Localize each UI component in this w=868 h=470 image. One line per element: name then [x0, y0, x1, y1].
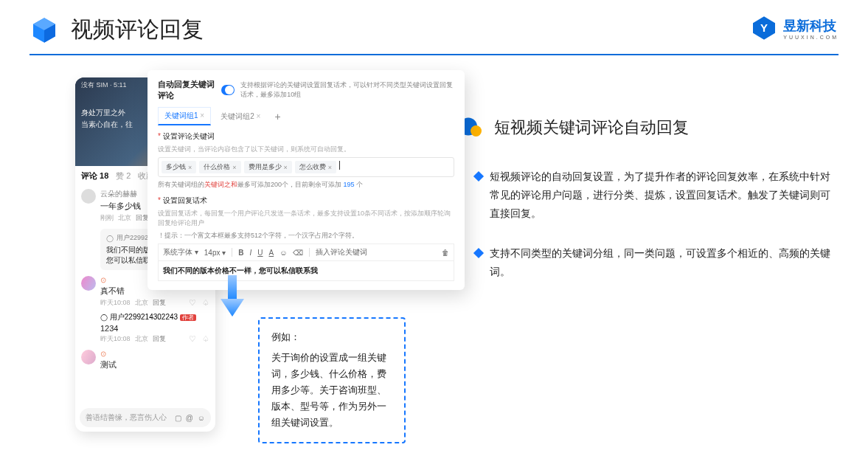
insert-keyword-button[interactable]: 插入评论关键词	[316, 247, 367, 258]
bullet-item: 短视频评论的自动回复设置，为了提升作者的评论回复效率，在系统中针对常见的评论用户…	[475, 167, 839, 224]
bullet-text: 支持不同类型的关键词分组，同一类问题，可设置多个相近的、高频的关键词。	[490, 244, 836, 281]
tab-comments[interactable]: 评论 18	[81, 170, 108, 182]
bullet-item: 支持不同类型的关键词分组，同一类问题，可设置多个相近的、高频的关键词。	[475, 244, 839, 281]
remove-tag-icon[interactable]: ×	[328, 164, 332, 171]
diamond-icon	[473, 171, 484, 182]
svg-rect-5	[228, 275, 237, 300]
brand-name: 昱新科技	[783, 17, 839, 35]
section-heading: 短视频关键词评论自动回复	[494, 117, 689, 139]
comment-text: 测试	[100, 359, 209, 370]
comment-time: 昨天10:08	[100, 334, 131, 344]
comment-item: ⊙ 测试	[81, 350, 209, 372]
comment-location: 北京	[135, 298, 148, 308]
bold-icon[interactable]: B	[238, 249, 243, 257]
comment-input[interactable]: 善语结善缘，恶言伤人心 ▢ @ ☺	[80, 408, 211, 427]
diamond-icon	[473, 247, 484, 258]
comment-time: 昨天10:08	[100, 298, 131, 308]
remove-tag-icon[interactable]: ×	[232, 164, 236, 171]
clear-icon[interactable]: ⌫	[293, 249, 303, 257]
keyword-group-tab-2[interactable]: 关键词组2 ×	[214, 108, 267, 125]
add-group-button[interactable]: +	[270, 111, 285, 122]
reply-field-label: 设置回复话术	[158, 196, 454, 206]
keyword-tag: 多少钱×	[162, 161, 196, 173]
page-title: 视频评论回复	[71, 15, 204, 45]
brand-icon: Y	[751, 15, 777, 41]
avatar	[81, 276, 96, 291]
reply-link[interactable]: 回复	[153, 298, 166, 308]
brand-logo: Y 昱新科技 YUUXIN.COM	[751, 15, 839, 41]
toggle-label: 自动回复关键词评论	[158, 79, 215, 101]
input-placeholder: 善语结善缘，恶言伤人心	[86, 412, 167, 423]
italic-icon[interactable]: I	[249, 249, 251, 257]
dislike-icon[interactable]: ♤	[202, 298, 209, 308]
dislike-icon[interactable]: ♤	[202, 334, 209, 344]
reply-username: 用户2299214302243	[110, 313, 178, 321]
example-title: 例如：	[271, 329, 392, 345]
bullet-text: 短视频评论的自动回复设置，为了提升作者的评论回复效率，在系统中针对常见的评论用户…	[490, 167, 836, 224]
header-divider	[29, 54, 839, 55]
reply-text: 1234	[100, 324, 209, 333]
example-box: 例如： 关于询价的设置成一组关键词，多少钱、什么价格，费用多少等。关于咨询班型、…	[258, 317, 406, 443]
avatar	[81, 189, 96, 204]
comment-time: 刚刚	[100, 213, 114, 223]
comment-location: 北京	[135, 334, 148, 344]
keyword-group-tab-1[interactable]: 关键词组1 ×	[158, 107, 211, 125]
image-icon[interactable]: ▢	[175, 414, 181, 422]
editor-body[interactable]: 我们不同的版本价格不一样，您可以私信联系我	[158, 260, 454, 281]
delete-icon[interactable]: 🗑	[442, 249, 449, 257]
like-icon[interactable]: ♡	[189, 298, 196, 308]
arrow-icon	[218, 275, 247, 319]
mention-icon[interactable]: @	[186, 414, 193, 422]
color-icon[interactable]: A	[269, 249, 274, 257]
author-badge: 作者	[180, 314, 196, 321]
keyword-tag: 费用是多少×	[244, 161, 292, 173]
editor-toolbar: 系统字体 ▾ 14px ▾ B I U A ☺ ⌫ 插入评论关键词 🗑	[158, 243, 454, 260]
cube-icon	[29, 15, 59, 45]
keywords-field-hint: 设置关键词，当评论内容包含了以下关键词，则系统可自动回复。	[158, 145, 454, 154]
example-body: 关于询价的设置成一组关键词，多少钱、什么价格，费用多少等。关于咨询班型、版本、型…	[271, 350, 392, 431]
tab-likes[interactable]: 赞 2	[116, 170, 131, 182]
size-select[interactable]: 14px ▾	[204, 249, 226, 257]
settings-panel: 自动回复关键词评论 支持根据评论的关键词设置回复话术，可以针对不同类型关键词设置…	[147, 70, 465, 290]
keyword-summary: 所有关键词组的关键词之和最多可添加200个，目前剩余可添加 195 个	[158, 180, 454, 190]
keywords-input[interactable]: 多少钱× 什么价格× 费用是多少× 怎么收费×	[158, 157, 454, 177]
emoji-icon[interactable]: ☺	[280, 249, 287, 257]
svg-point-8	[471, 125, 482, 136]
comment-location: 北京	[118, 213, 131, 223]
svg-marker-6	[221, 299, 244, 317]
comment-username: ⊙	[100, 350, 209, 358]
auto-reply-toggle[interactable]	[221, 85, 235, 95]
font-select[interactable]: 系统字体 ▾	[163, 247, 198, 258]
remove-tag-icon[interactable]: ×	[188, 164, 192, 171]
reply-field-tip: ！提示：一个富文本框最多支持512个字符，一个汉字占用2个字符。	[158, 231, 454, 241]
keyword-tag: 什么价格×	[199, 161, 240, 173]
toggle-description: 支持根据评论的关键词设置回复话术，可以针对不同类型关键词设置回复话术，最多添加1…	[240, 80, 454, 100]
brand-sub: YUUXIN.COM	[783, 35, 839, 40]
svg-text:Y: Y	[760, 21, 768, 34]
keyword-tag: 怎么收费×	[295, 161, 336, 173]
like-icon[interactable]: ♡	[189, 334, 196, 344]
emoji-icon[interactable]: ☺	[198, 414, 205, 422]
underline-icon[interactable]: U	[257, 249, 263, 257]
keywords-field-label: 设置评论关键词	[158, 131, 454, 142]
avatar	[81, 350, 96, 364]
reply-field-hint: 设置回复话术，每回复一个用户评论只发送一条话术，最多支持设置10条不同话术，按添…	[158, 209, 454, 228]
reply-link[interactable]: 回复	[153, 334, 166, 344]
remove-tag-icon[interactable]: ×	[284, 164, 288, 171]
